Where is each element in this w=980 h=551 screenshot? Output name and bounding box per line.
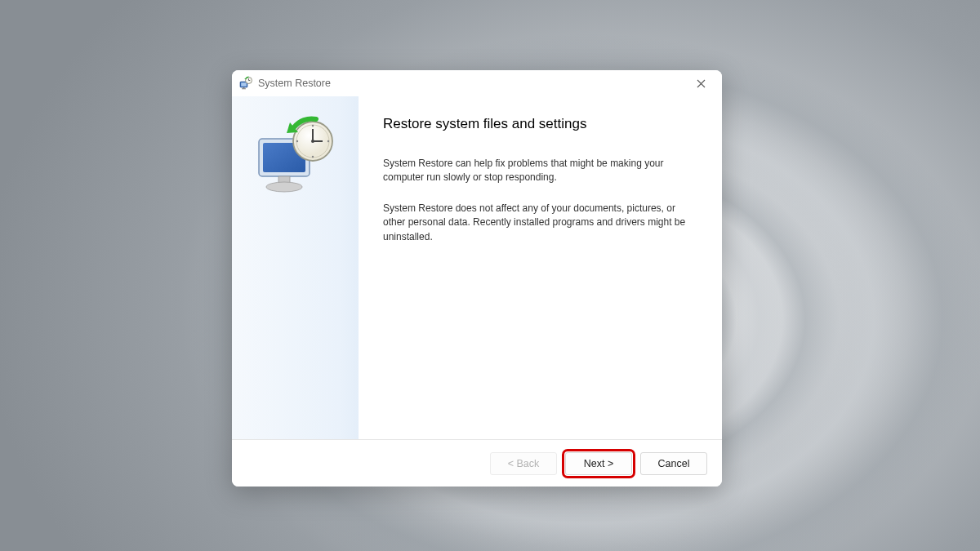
svg-point-13 xyxy=(266,182,302,192)
svg-point-21 xyxy=(296,140,297,142)
dialog-heading: Restore system files and settings xyxy=(383,116,697,132)
svg-rect-1 xyxy=(241,82,247,87)
svg-point-19 xyxy=(311,125,313,127)
system-restore-graphic-icon xyxy=(251,113,341,194)
dialog-sidebar xyxy=(232,96,359,439)
cancel-button[interactable]: Cancel xyxy=(640,452,707,475)
system-restore-icon xyxy=(238,76,253,91)
close-button[interactable] xyxy=(686,72,715,95)
svg-point-18 xyxy=(311,140,314,143)
svg-point-20 xyxy=(311,156,313,158)
next-button[interactable]: Next > xyxy=(565,452,632,475)
svg-rect-2 xyxy=(243,87,245,89)
system-restore-dialog: System Restore xyxy=(232,70,722,487)
dialog-paragraph-1: System Restore can help fix problems tha… xyxy=(383,157,697,185)
back-button: < Back xyxy=(490,452,557,475)
dialog-content: Restore system files and settings System… xyxy=(359,96,722,439)
dialog-body: Restore system files and settings System… xyxy=(232,96,722,439)
window-title: System Restore xyxy=(258,78,686,89)
svg-point-22 xyxy=(327,140,328,142)
svg-rect-3 xyxy=(242,88,246,89)
dialog-button-bar: < Back Next > Cancel xyxy=(232,439,722,487)
dialog-paragraph-2: System Restore does not affect any of yo… xyxy=(383,202,697,244)
titlebar: System Restore xyxy=(232,70,722,96)
